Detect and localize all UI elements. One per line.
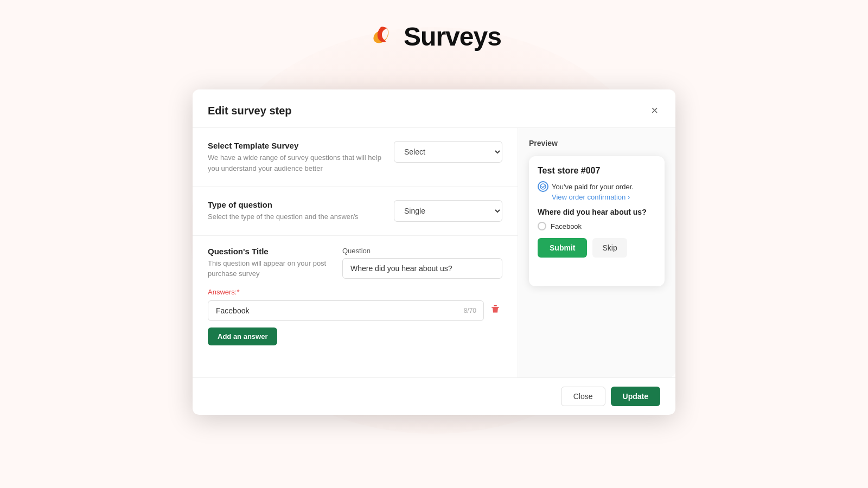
question-type-left: Type of question Select the type of the … bbox=[208, 200, 383, 222]
template-survey-row: Select Template Survey We have a wide ra… bbox=[193, 128, 518, 187]
delete-answer-button[interactable] bbox=[488, 302, 502, 319]
question-type-top: Type of question Select the type of the … bbox=[208, 200, 502, 222]
answer-input[interactable] bbox=[208, 300, 484, 321]
modal-footer: Close Update bbox=[193, 377, 675, 415]
template-survey-top: Select Template Survey We have a wide ra… bbox=[208, 141, 502, 174]
template-survey-select-wrap: Select Template 1 Template 2 bbox=[394, 141, 502, 163]
question-type-select-wrap: Single Multiple Text bbox=[394, 200, 502, 222]
trash-icon bbox=[490, 304, 500, 314]
template-survey-left: Select Template Survey We have a wide ra… bbox=[208, 141, 383, 174]
question-type-label: Type of question bbox=[208, 200, 383, 209]
preview-option-facebook: Facebook bbox=[538, 222, 656, 230]
questions-title-desc: This question will appear on your post p… bbox=[208, 258, 327, 279]
modal-overlay: Edit survey step × Select Template Surve… bbox=[0, 0, 868, 488]
answers-section: Answers:* 8/70 bbox=[208, 288, 502, 345]
radio-circle-icon bbox=[538, 222, 546, 230]
preview-option-label: Facebook bbox=[551, 222, 582, 230]
template-survey-select[interactable]: Select Template 1 Template 2 bbox=[394, 141, 502, 163]
preview-buttons: Submit Skip bbox=[538, 238, 656, 258]
check-circle-icon bbox=[538, 181, 548, 192]
question-type-row: Type of question Select the type of the … bbox=[193, 187, 518, 236]
preview-submit-button[interactable]: Submit bbox=[538, 238, 587, 258]
preview-skip-button[interactable]: Skip bbox=[592, 238, 627, 258]
form-section: Select Template Survey We have a wide ra… bbox=[193, 128, 518, 377]
answer-input-wrap: 8/70 bbox=[208, 300, 484, 321]
template-survey-label: Select Template Survey bbox=[208, 141, 383, 150]
preview-order-link[interactable]: View order confirmation › bbox=[552, 193, 656, 201]
footer-update-button[interactable]: Update bbox=[611, 387, 660, 406]
svg-rect-1 bbox=[492, 307, 499, 308]
question-right: Question bbox=[342, 247, 502, 279]
preview-store-name: Test store #007 bbox=[538, 166, 656, 176]
answer-count: 8/70 bbox=[464, 307, 476, 314]
preview-label: Preview bbox=[529, 139, 665, 147]
preview-order-status: You've paid for your order. bbox=[538, 181, 656, 192]
question-type-desc: Select the type of the question and the … bbox=[208, 211, 383, 222]
questions-title-label: Question's Title bbox=[208, 247, 327, 256]
svg-rect-2 bbox=[494, 305, 497, 306]
question-top: Question's Title This question will appe… bbox=[208, 247, 502, 279]
preview-card: Test store #007 You've paid for your ord… bbox=[529, 156, 665, 286]
preview-order-text: You've paid for your order. bbox=[552, 183, 634, 191]
preview-section: Preview Test store #007 You've paid for … bbox=[518, 128, 675, 377]
modal-close-button[interactable]: × bbox=[649, 102, 660, 119]
questions-title-row: Question's Title This question will appe… bbox=[193, 236, 518, 356]
answer-row: 8/70 bbox=[208, 300, 502, 321]
svg-point-3 bbox=[540, 184, 546, 189]
template-survey-desc: We have a wide range of survey questions… bbox=[208, 152, 383, 174]
question-title-input[interactable] bbox=[342, 258, 502, 279]
question-input-label: Question bbox=[342, 247, 502, 255]
modal-header: Edit survey step × bbox=[193, 89, 675, 128]
modal-title: Edit survey step bbox=[208, 105, 292, 117]
answers-label: Answers:* bbox=[208, 288, 502, 296]
add-answer-button[interactable]: Add an answer bbox=[208, 328, 277, 345]
question-type-select[interactable]: Single Multiple Text bbox=[394, 200, 502, 222]
modal-body: Select Template Survey We have a wide ra… bbox=[193, 128, 675, 377]
footer-close-button[interactable]: Close bbox=[561, 387, 605, 406]
preview-question: Where did you hear about us? bbox=[538, 208, 656, 216]
question-left: Question's Title This question will appe… bbox=[208, 247, 327, 279]
edit-survey-modal: Edit survey step × Select Template Surve… bbox=[193, 89, 675, 415]
